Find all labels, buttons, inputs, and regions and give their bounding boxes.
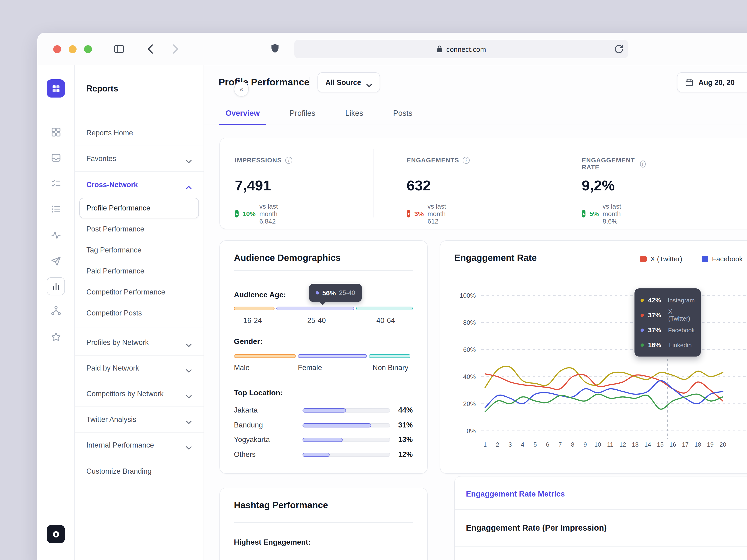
kpi-compare: vs last month 6,842: [259, 203, 281, 225]
legend-swatch: [640, 256, 647, 262]
task-list-icon[interactable]: [50, 178, 61, 189]
list-icon[interactable]: [50, 204, 61, 215]
sidebar-item-paid-performance[interactable]: Paid Performance: [75, 260, 204, 282]
age-bar-25-40[interactable]: [277, 306, 355, 310]
svg-text:1: 1: [484, 441, 487, 448]
gender-bar-female[interactable]: [298, 354, 367, 358]
report-tabs: Overview Profiles Likes Posts: [204, 102, 747, 125]
sidebar-item-competitors-by-network[interactable]: Competitors by Network: [75, 381, 204, 407]
sidebar-item-tag-performance[interactable]: Tag Performance: [75, 239, 204, 260]
chevron-down-icon: [186, 157, 192, 161]
svg-text:15: 15: [657, 441, 664, 448]
dashboard-grid-icon[interactable]: [50, 127, 61, 138]
location-row: Others 12%: [234, 450, 413, 460]
svg-text:5: 5: [534, 441, 537, 448]
reload-icon[interactable]: [613, 43, 625, 55]
sidebar-item-cross-network[interactable]: Cross-Network: [75, 172, 204, 197]
svg-text:20: 20: [719, 441, 726, 448]
svg-text:9: 9: [584, 441, 587, 448]
engagement-rate-card: Engaggement Rate X (Twitter) Facebook 10…: [440, 240, 747, 474]
gender-cap: Non Binary: [372, 364, 408, 372]
chevron-down-icon: [366, 80, 372, 84]
svg-text:16: 16: [670, 441, 676, 448]
sidebar-item-internal-performance[interactable]: Internal Performance: [75, 433, 204, 458]
divider: [234, 270, 413, 271]
svg-text:18: 18: [694, 441, 701, 448]
sidebar-item-customize-branding[interactable]: Customize Branding: [75, 458, 204, 484]
audience-age-label: Audience Age:: [234, 291, 286, 299]
sidebar-item-paid-by-network[interactable]: Paid by Network: [75, 355, 204, 381]
reports-panel: Reports Reports Home Favorites Cross-Net…: [75, 65, 204, 560]
top-location-label: Top Location:: [234, 389, 283, 397]
audience-demographics-card: Audience Demographics Audience Age: 56% …: [220, 240, 428, 474]
svg-text:8: 8: [571, 441, 574, 448]
kpi-delta: 5%: [589, 210, 599, 217]
legend-facebook[interactable]: Facebook: [702, 255, 743, 263]
panel-title: Reports: [86, 84, 118, 94]
age-bars[interactable]: [234, 306, 413, 310]
sidebar-item-reports-home[interactable]: Reports Home: [75, 121, 204, 146]
sidebar-item-profiles-by-network[interactable]: Profiles by Network: [75, 330, 204, 355]
kpi-delta: 3%: [414, 210, 424, 217]
star-icon[interactable]: [50, 331, 61, 343]
divider: [75, 328, 204, 328]
gender-bar-nonbinary[interactable]: [369, 354, 410, 358]
tab-profiles[interactable]: Profiles: [283, 102, 322, 125]
sidebar-toggle-icon[interactable]: [113, 43, 125, 55]
shield-icon[interactable]: [269, 43, 281, 55]
age-bar-40-64[interactable]: [357, 306, 413, 310]
info-icon[interactable]: i: [285, 157, 292, 164]
metrics-title[interactable]: Engaggement Rate Metrics: [466, 489, 565, 499]
icon-rail: [37, 65, 75, 560]
sidebar-item-post-performance[interactable]: Post Performance: [75, 218, 204, 239]
info-icon[interactable]: i: [640, 160, 645, 167]
ink-drop-button[interactable]: [47, 525, 65, 543]
chevron-down-icon: [186, 341, 192, 344]
svg-text:4: 4: [521, 441, 524, 448]
divider: [310, 77, 310, 89]
trend-up-icon: ▲: [582, 210, 586, 217]
sidebar-item-favorites[interactable]: Favorites: [75, 146, 204, 172]
dot-icon: [641, 313, 644, 317]
send-icon[interactable]: [50, 256, 61, 267]
legend-swatch: [702, 256, 708, 262]
sidebar-item-profile-performance[interactable]: Profile Performance: [79, 198, 199, 218]
forward-icon[interactable]: [169, 43, 181, 55]
app-logo[interactable]: [47, 79, 65, 98]
activity-icon[interactable]: [50, 230, 61, 241]
close-window-button[interactable]: [53, 45, 61, 53]
sidebar-item-competitor-posts[interactable]: Competitor Posts: [75, 302, 204, 323]
main-content: Profile Performance All Source Aug 20, 2…: [204, 65, 747, 560]
info-icon[interactable]: i: [463, 157, 470, 164]
app-shell: Reports Reports Home Favorites Cross-Net…: [37, 65, 747, 560]
svg-text:7: 7: [558, 441, 562, 448]
tab-likes[interactable]: Likes: [339, 102, 370, 125]
minimize-window-button[interactable]: [69, 45, 77, 53]
svg-text:13: 13: [632, 441, 639, 448]
date-picker-button[interactable]: Aug 20, 20: [677, 72, 747, 92]
card-title: Audience Demographics: [234, 252, 341, 263]
tab-posts[interactable]: Posts: [387, 102, 419, 125]
divider: [545, 149, 545, 217]
browser-chrome: connect.com: [37, 33, 747, 65]
bar-chart-icon[interactable]: [47, 277, 65, 295]
collapse-panel-button[interactable]: «: [234, 82, 249, 97]
gender-bars[interactable]: [234, 354, 413, 358]
chevron-down-icon: [186, 443, 192, 447]
card-title: Hashtag Performance: [234, 500, 328, 510]
source-filter-dropdown[interactable]: All Source: [317, 72, 380, 92]
inbox-icon[interactable]: [50, 152, 61, 163]
kpi-value: 9,2%: [582, 177, 615, 194]
tab-overview[interactable]: Overview: [219, 102, 266, 125]
engagement-rate-chart[interactable]: 100%80%60%40%20%0%1234567891011121314151…: [449, 281, 747, 453]
sidebar-item-competitor-performance[interactable]: Competitor Performance: [75, 282, 204, 302]
gender-bar-male[interactable]: [234, 354, 296, 358]
url-bar[interactable]: connect.com: [294, 40, 628, 58]
legend-x-twitter[interactable]: X (Twitter): [640, 255, 682, 263]
age-bar-16-24[interactable]: [234, 306, 275, 310]
hierarchy-icon[interactable]: [50, 305, 61, 316]
chevron-down-icon: [186, 366, 192, 370]
sidebar-item-twitter-analysis[interactable]: Twitter Analysis: [75, 407, 204, 433]
back-icon[interactable]: [145, 43, 157, 55]
zoom-window-button[interactable]: [84, 45, 92, 53]
